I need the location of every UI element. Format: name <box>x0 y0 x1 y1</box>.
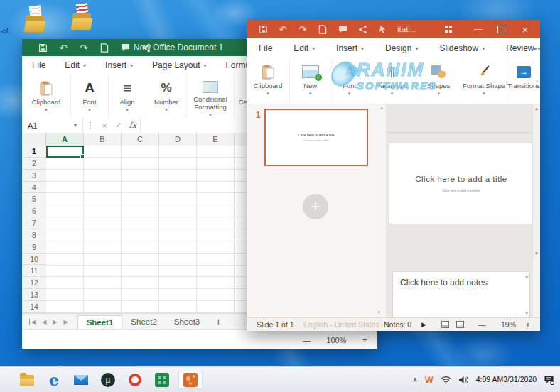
ppt-menu-edit[interactable]: Edit▾ <box>294 43 315 53</box>
excel-ribbon-font[interactable]: A Font ▾ <box>71 75 109 118</box>
row-header-5[interactable]: 5 <box>22 193 46 205</box>
first-sheet-icon[interactable]: ◀ <box>29 319 36 325</box>
normal-view-icon[interactable] <box>441 318 449 331</box>
minimize-button[interactable]: — <box>468 20 489 38</box>
tray-clock[interactable]: 4:09 AM 3/31/2020 <box>476 375 537 384</box>
row-header-13[interactable]: 13 <box>22 289 46 301</box>
ppt-menu-file[interactable]: File <box>259 43 272 53</box>
ppt-menu-slideshow[interactable]: Slideshow▾ <box>439 43 485 53</box>
row-header-12[interactable]: 12 <box>22 277 46 289</box>
ppt-menu-insert[interactable]: Insert▾ <box>336 43 364 53</box>
excel-ribbon-conditional-formatting[interactable]: Conditional Formatting ▾ <box>187 75 235 118</box>
scroll-up-icon[interactable]: ▴ <box>533 106 540 111</box>
scroll-down-icon[interactable]: ▾ <box>533 251 540 256</box>
slide-canvas[interactable]: Click here to add a title Click here to … <box>389 143 533 224</box>
zoom-out-icon[interactable]: — <box>303 336 311 344</box>
taskbar-opera[interactable] <box>126 371 144 389</box>
desktop-folder-icon[interactable] <box>24 6 47 34</box>
selected-cell-A1[interactable] <box>46 146 84 158</box>
excel-menu-insert[interactable]: Insert▾ <box>105 60 133 70</box>
row-header-3[interactable]: 3 <box>22 170 46 182</box>
sheet-tab-sheet1[interactable]: Sheet1 <box>77 315 123 329</box>
sheet-tab-sheet2[interactable]: Sheet2 <box>122 315 165 328</box>
ppt-ribbon-new[interactable]: + New ▾ <box>290 58 332 104</box>
share-icon[interactable] <box>357 24 367 34</box>
ppt-ribbon-paragraph[interactable]: ¶ Paragraph ▾ <box>367 58 416 104</box>
taskbar-mail[interactable] <box>72 371 90 389</box>
menu-overflow-icon[interactable]: ▸ <box>534 45 537 52</box>
row-header-7[interactable]: 7 <box>22 217 46 229</box>
row-header-8[interactable]: 8 <box>22 229 46 241</box>
ppt-ribbon-clipboard[interactable]: Clipboard ▾ <box>247 58 290 104</box>
tray-chevron-up-icon[interactable]: ∧ <box>412 376 417 383</box>
pointer-tool-icon[interactable] <box>377 24 387 34</box>
tray-w-app-icon[interactable]: W <box>424 374 433 385</box>
prev-sheet-icon[interactable]: ◀ <box>42 319 46 325</box>
save-icon[interactable] <box>38 43 48 53</box>
confirm-entry-icon[interactable]: ✓ <box>112 121 126 130</box>
main-scrollbar[interactable]: ▴ ▾ <box>532 104 540 258</box>
volume-icon[interactable] <box>458 376 469 384</box>
row-header-9[interactable]: 9 <box>22 241 46 254</box>
ribbon-overflow-icon[interactable]: › <box>536 77 538 85</box>
column-header-D[interactable]: D <box>159 133 197 146</box>
zoom-out-icon[interactable]: — <box>478 318 486 331</box>
add-sheet-button[interactable]: + <box>208 316 228 327</box>
desktop-folder-icon-2[interactable] <box>71 4 94 32</box>
row-header-4[interactable]: 4 <box>22 182 46 194</box>
cancel-entry-icon[interactable]: × <box>97 121 112 130</box>
slide-thumbnail[interactable]: Click here to add a title Click here to … <box>264 109 368 166</box>
maximize-button[interactable] <box>490 20 512 38</box>
thumb-scroll-up-icon[interactable]: ▴ <box>380 105 383 111</box>
add-slide-button[interactable]: + <box>303 194 328 219</box>
close-button[interactable]: × <box>515 20 536 38</box>
excel-menu-edit[interactable]: Edit▾ <box>65 60 86 70</box>
cell-name-box[interactable]: A1 ▾ <box>22 118 83 133</box>
taskbar-excel[interactable] <box>153 371 171 389</box>
save-icon[interactable] <box>258 24 268 34</box>
row-header-6[interactable]: 6 <box>22 205 46 217</box>
taskbar-edge[interactable]: e <box>45 371 63 389</box>
action-center-icon[interactable] <box>544 375 554 385</box>
layout-grid-icon[interactable] <box>438 20 459 38</box>
thumb-scroll-down-icon[interactable]: ▾ <box>377 310 380 315</box>
column-header-A[interactable]: A <box>46 133 84 146</box>
ppt-menu-design[interactable]: Design▾ <box>385 43 418 53</box>
next-sheet-icon[interactable]: ▶ <box>53 319 57 325</box>
taskbar-file-explorer[interactable] <box>18 371 36 389</box>
row-header-10[interactable]: 10 <box>22 254 46 266</box>
notes-scroll-down-icon[interactable]: ▾ <box>525 310 528 316</box>
excel-ribbon-align[interactable]: ≡ Align ▾ <box>109 75 146 118</box>
ppt-ribbon-shapes[interactable]: Shapes ▾ <box>416 58 461 104</box>
ppt-ribbon-font[interactable]: A Font ▾ <box>332 58 368 104</box>
comment-icon[interactable] <box>338 24 348 34</box>
row-header-11[interactable]: 11 <box>22 265 46 277</box>
sheet-tab-sheet3[interactable]: Sheet3 <box>166 315 208 328</box>
new-document-icon[interactable] <box>318 24 328 34</box>
language-label[interactable]: English - United States <box>303 318 379 331</box>
notes-count-label[interactable]: Notes: 0 <box>384 318 411 331</box>
excel-ribbon-clipboard[interactable]: Clipboard ▾ <box>22 75 71 118</box>
column-header-C[interactable]: C <box>122 133 159 146</box>
zoom-in-icon[interactable]: + <box>525 318 531 331</box>
slide-title-placeholder[interactable]: Click here to add a title <box>415 175 507 183</box>
play-slideshow-icon[interactable]: ▶ <box>421 318 426 331</box>
last-sheet-icon[interactable]: ▶ <box>63 319 70 325</box>
column-header-E[interactable]: E <box>197 133 235 146</box>
ppt-ribbon-format-shape[interactable]: Format Shape ▾ <box>461 58 507 104</box>
notes-scroll-up-icon[interactable]: ▴ <box>525 273 528 279</box>
column-header-B[interactable]: B <box>84 133 122 146</box>
undo-icon[interactable]: ↶ <box>278 24 288 34</box>
slide-sorter-view-icon[interactable] <box>456 318 464 331</box>
excel-menu-page-layout[interactable]: Page Layout▾ <box>152 60 206 70</box>
row-header-1[interactable]: 1 <box>22 146 46 158</box>
row-header-2[interactable]: 2 <box>22 158 46 170</box>
taskbar-utorrent[interactable]: µ <box>99 371 117 389</box>
taskbar-powerpoint-active[interactable] <box>178 371 203 389</box>
excel-ribbon-number[interactable]: % Number ▾ <box>146 75 187 118</box>
zoom-in-icon[interactable]: + <box>362 334 367 345</box>
row-header-14[interactable]: 14 <box>22 301 46 313</box>
redo-icon[interactable]: ↷ <box>298 24 308 34</box>
slide-subtitle-placeholder[interactable]: Click here to add a subtitle <box>442 189 480 192</box>
select-all-corner[interactable] <box>22 133 46 146</box>
